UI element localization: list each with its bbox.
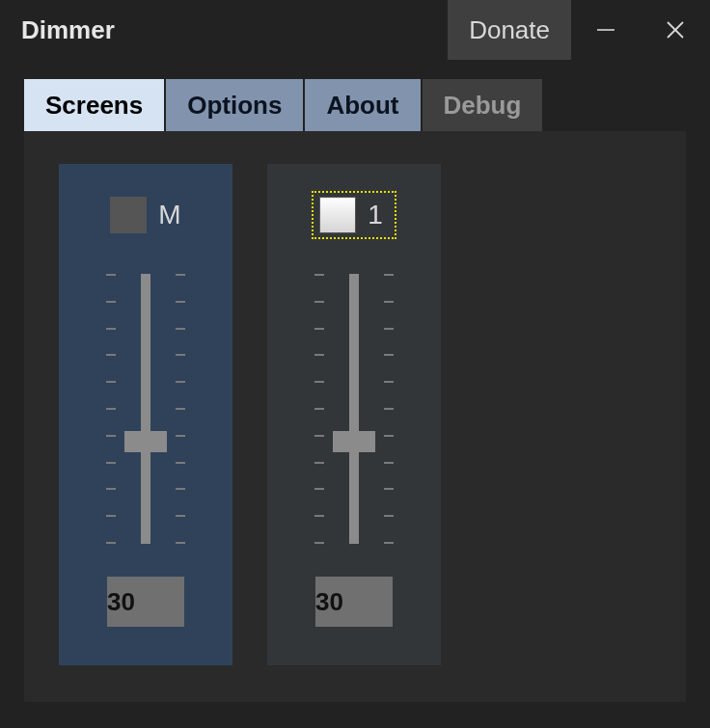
slider-tick — [106, 354, 116, 356]
slider-tick — [106, 515, 116, 517]
slider-tick — [176, 408, 185, 410]
brightness-value-master[interactable] — [107, 577, 184, 627]
slider-tick — [314, 462, 324, 464]
slider-tick — [314, 354, 324, 356]
minimize-button[interactable] — [571, 0, 641, 60]
tab-options[interactable]: Options — [166, 79, 303, 131]
screen-label-master: M — [158, 200, 180, 230]
tab-screens[interactable]: Screens — [24, 79, 164, 131]
slider-tick — [384, 462, 394, 464]
slider-tick — [106, 408, 116, 410]
screen-head-master: M — [110, 191, 180, 239]
slider-tick — [384, 354, 394, 356]
slider-tick — [384, 328, 394, 330]
enable-checkbox-master[interactable] — [110, 197, 147, 233]
slider-tick — [384, 301, 394, 303]
slider-tick — [384, 515, 394, 517]
slider-ticks-left — [102, 274, 116, 544]
slider-tick — [384, 274, 394, 276]
slider-ticks-left — [311, 274, 324, 544]
slider-ticks-right — [384, 274, 397, 544]
close-icon — [665, 19, 686, 40]
slider-thumb[interactable] — [333, 431, 375, 452]
slider-tick — [314, 274, 324, 276]
slider-tick — [384, 488, 394, 490]
screen-card-1: 1 — [267, 164, 441, 665]
slider-tick — [106, 301, 116, 303]
slider-tick — [106, 328, 116, 330]
slider-tick — [384, 435, 394, 437]
slider-thumb[interactable] — [124, 431, 167, 452]
slider-tick — [384, 542, 394, 544]
slider-tick — [314, 542, 324, 544]
slider-tick — [176, 328, 185, 330]
slider-tick — [314, 408, 324, 410]
slider-track — [349, 274, 359, 544]
slider-tick — [176, 354, 185, 356]
slider-tick — [106, 435, 116, 437]
slider-tick — [106, 462, 116, 464]
slider-tick — [106, 542, 116, 544]
slider-tick — [176, 488, 185, 490]
slider-tick — [176, 301, 185, 303]
slider-tick — [314, 488, 324, 490]
slider-tick — [314, 301, 324, 303]
close-button[interactable] — [641, 0, 710, 60]
donate-button[interactable]: Donate — [448, 0, 571, 60]
slider-tick — [314, 328, 324, 330]
minimize-icon — [595, 19, 616, 40]
slider-tick — [176, 381, 185, 383]
screen-head-1: 1 — [312, 191, 396, 239]
slider-tick — [314, 435, 324, 437]
slider-tick — [176, 515, 185, 517]
slider-tick — [106, 488, 116, 490]
brightness-slider-master[interactable] — [102, 274, 189, 544]
tabstrip: Screens Options About Debug — [0, 60, 710, 131]
brightness-value-1[interactable] — [315, 577, 393, 627]
slider-ticks-right — [176, 274, 189, 544]
screen-card-master: M — [59, 164, 232, 665]
slider-tick — [106, 274, 116, 276]
slider-tick — [384, 408, 394, 410]
slider-tick — [176, 435, 185, 437]
slider-tick — [314, 515, 324, 517]
slider-tick — [176, 274, 185, 276]
slider-tick — [106, 381, 116, 383]
brightness-slider-1[interactable] — [311, 274, 397, 544]
tab-debug[interactable]: Debug — [423, 79, 543, 131]
enable-checkbox-1[interactable] — [319, 197, 356, 233]
titlebar: Dimmer Donate — [0, 0, 710, 60]
screens-panel: M 1 — [24, 131, 686, 702]
slider-tick — [176, 462, 185, 464]
screen-label-1: 1 — [368, 200, 383, 230]
slider-tick — [384, 381, 394, 383]
slider-tick — [176, 542, 185, 544]
slider-track — [141, 274, 150, 544]
slider-tick — [314, 381, 324, 383]
tab-about[interactable]: About — [305, 79, 420, 131]
app-title: Dimmer — [21, 15, 115, 45]
